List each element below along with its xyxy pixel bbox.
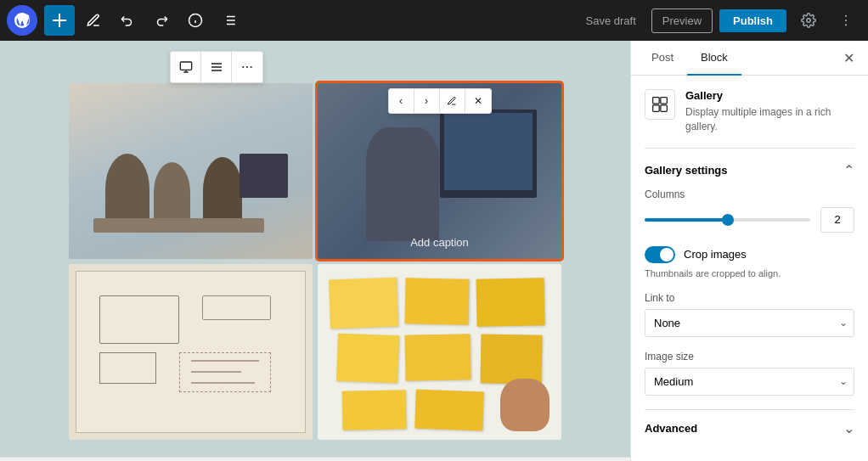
gallery-settings-chevron: ⌃ [843,162,854,178]
info-button[interactable] [180,5,211,36]
advanced-title: Advanced [645,422,697,435]
link-to-field: Link to None Media File Attachment Page … [645,292,854,337]
gallery-image-2[interactable]: ‹ › ✕ Add caption [318,83,561,259]
breadcrumb: Document → Gallery [0,457,630,461]
svg-point-3 [845,20,847,21]
sidebar-tabs: Post Block ✕ [631,41,868,76]
main-toolbar: Save draft Preview Publish [0,0,868,41]
gallery-settings-title: Gallery settings [645,164,728,177]
crop-toggle[interactable] [645,246,675,263]
block-info-text: Gallery Display multiple images in a ric… [685,89,854,134]
block-more-button[interactable] [232,52,262,82]
columns-slider-track [645,218,810,222]
link-to-select-wrapper: None Media File Attachment Page ⌄ [645,309,854,337]
undo-button[interactable] [112,5,143,36]
block-icon [645,89,675,120]
tools-button[interactable] [78,5,109,36]
crop-label: Crop images [684,248,747,261]
remove-image-button[interactable]: ✕ [465,89,491,113]
publish-button[interactable]: Publish [719,9,786,32]
prev-image-button[interactable]: ‹ [389,89,414,113]
tab-block[interactable]: Block [687,41,741,76]
sidebar-close-button[interactable]: ✕ [837,41,861,75]
tab-post[interactable]: Post [638,41,687,76]
svg-rect-11 [653,105,660,111]
columns-slider-thumb[interactable] [722,214,734,226]
editor-area: ‹ › ✕ Add caption [0,41,630,461]
block-toolbar [170,51,263,83]
link-to-select[interactable]: None Media File Attachment Page [645,309,854,337]
svg-rect-10 [661,98,668,104]
advanced-header[interactable]: Advanced ⌄ [645,420,854,436]
svg-point-8 [251,66,252,68]
sidebar: Post Block ✕ Gallery Display multipl [630,41,868,461]
add-block-button[interactable] [44,5,75,36]
svg-point-6 [242,66,244,68]
columns-value[interactable]: 2 [820,207,854,233]
list-view-button[interactable] [214,5,245,36]
svg-point-1 [807,19,811,23]
gallery-image-3[interactable] [69,264,313,440]
image-size-field: Image size Thumbnail Medium Large Full S… [645,351,854,396]
editor-content: ‹ › ✕ Add caption [0,41,630,457]
preview-button[interactable]: Preview [651,8,713,33]
image-size-select[interactable]: Thumbnail Medium Large Full Size [645,368,854,396]
svg-rect-9 [653,98,660,104]
sidebar-content: Gallery Display multiple images in a ric… [631,76,868,461]
block-info: Gallery Display multiple images in a ric… [645,89,854,149]
svg-point-7 [246,66,248,68]
columns-field: Columns 2 [645,188,854,233]
settings-button[interactable] [793,5,824,36]
columns-slider-fill [645,218,728,222]
edit-image-button[interactable] [440,89,465,113]
save-draft-button[interactable]: Save draft [578,9,645,32]
gallery-image-1[interactable] [69,83,313,259]
gallery-settings-header[interactable]: Gallery settings ⌃ [645,162,854,178]
crop-description: Thumbnails are cropped to align. [645,268,854,278]
svg-rect-12 [661,105,668,111]
link-to-label: Link to [645,292,854,304]
svg-point-2 [845,15,847,17]
wp-logo[interactable] [7,5,37,36]
gallery-image-4[interactable] [318,264,561,440]
image-size-label: Image size [645,351,854,363]
advanced-section: Advanced ⌄ [645,409,854,436]
image-size-select-wrapper: Thumbnail Medium Large Full Size ⌄ [645,368,854,396]
block-description: Display multiple images in a rich galler… [685,105,854,134]
svg-rect-5 [180,62,191,70]
more-options-button[interactable] [831,5,861,36]
transform-block-button[interactable] [171,52,201,82]
svg-point-4 [845,24,847,25]
next-image-button[interactable]: › [414,89,440,113]
crop-toggle-row: Crop images [645,246,854,263]
block-name: Gallery [685,89,854,102]
gallery-grid: ‹ › ✕ Add caption [69,83,561,440]
advanced-chevron: ⌄ [843,420,854,436]
image-caption[interactable]: Add caption [410,236,469,249]
main-area: ‹ › ✕ Add caption [0,41,868,461]
image-controls: ‹ › ✕ [388,88,492,114]
redo-button[interactable] [146,5,177,36]
columns-label: Columns [645,188,854,200]
align-button[interactable] [201,52,232,82]
columns-slider-row: 2 [645,207,854,233]
